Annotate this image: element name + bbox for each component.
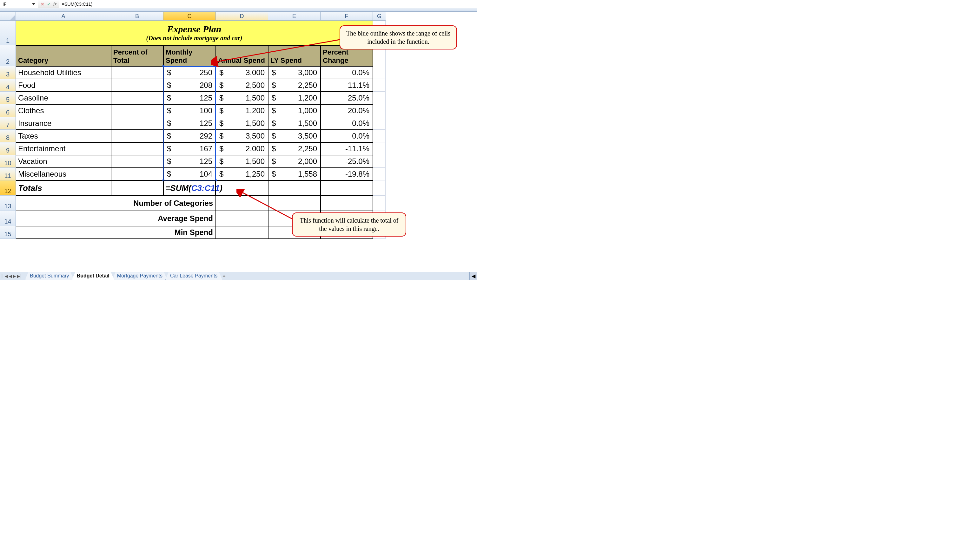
row-header-4[interactable]: 4 bbox=[0, 79, 16, 92]
sheet-tab-budget-detail[interactable]: Budget Detail bbox=[72, 272, 114, 280]
cell-b10[interactable] bbox=[111, 155, 164, 168]
row-header-1[interactable]: 1 bbox=[0, 20, 16, 45]
cell-a12-totals[interactable]: Totals bbox=[16, 180, 111, 196]
row-header-3[interactable]: 3 bbox=[0, 66, 16, 79]
col-header-a[interactable]: A bbox=[16, 12, 111, 20]
cell-g12[interactable] bbox=[373, 180, 386, 196]
cell-f10[interactable]: -25.0% bbox=[321, 155, 373, 168]
enter-icon[interactable]: ✓ bbox=[47, 2, 51, 7]
range-handle-tl[interactable] bbox=[162, 65, 164, 67]
row-header-15[interactable]: 15 bbox=[0, 226, 16, 239]
cell-f11[interactable]: -19.8% bbox=[321, 168, 373, 180]
hscroll-left-icon[interactable]: ◀ bbox=[469, 272, 477, 280]
cell-d9[interactable]: $2,000 bbox=[216, 142, 268, 155]
cell-c11[interactable]: $104 bbox=[164, 168, 216, 180]
cell-f3[interactable]: 0.0% bbox=[321, 66, 373, 79]
cell-f7[interactable]: 0.0% bbox=[321, 117, 373, 130]
col-header-c[interactable]: C bbox=[164, 12, 216, 20]
cell-c6[interactable]: $100 bbox=[164, 104, 216, 117]
cell-d8[interactable]: $3,500 bbox=[216, 130, 268, 142]
col-header-d[interactable]: D bbox=[216, 12, 268, 20]
cell-a8[interactable]: Taxes bbox=[16, 130, 111, 142]
col-header-g[interactable]: G bbox=[373, 12, 386, 20]
cell-c12-formula[interactable]: =SUM(C3:C11) bbox=[164, 180, 268, 196]
cell-a6[interactable]: Clothes bbox=[16, 104, 111, 117]
formula-input[interactable]: =SUM(C3:C11) bbox=[59, 0, 477, 8]
cell-g6[interactable] bbox=[373, 104, 386, 117]
cell-a10[interactable]: Vacation bbox=[16, 155, 111, 168]
cell-c8[interactable]: $292 bbox=[164, 130, 216, 142]
cell-c9[interactable]: $167 bbox=[164, 142, 216, 155]
col-header-f[interactable]: F bbox=[321, 12, 373, 20]
cell-f5[interactable]: 25.0% bbox=[321, 92, 373, 104]
cell-e13[interactable] bbox=[268, 196, 321, 211]
fx-icon[interactable]: fx bbox=[53, 2, 56, 7]
cell-c3[interactable]: $250 bbox=[164, 66, 216, 79]
insert-sheet-icon[interactable]: ✦ bbox=[222, 274, 226, 279]
cell-e8[interactable]: $3,500 bbox=[268, 130, 321, 142]
name-box-dropdown-icon[interactable] bbox=[32, 3, 35, 5]
select-all-corner[interactable] bbox=[0, 12, 16, 20]
cell-g11[interactable] bbox=[373, 168, 386, 180]
row-header-5[interactable]: 5 bbox=[0, 92, 16, 104]
cell-e6[interactable]: $1,000 bbox=[268, 104, 321, 117]
cell-d6[interactable]: $1,200 bbox=[216, 104, 268, 117]
range-handle-tr[interactable] bbox=[215, 65, 217, 67]
cell-f6[interactable]: 20.0% bbox=[321, 104, 373, 117]
cell-b7[interactable] bbox=[111, 117, 164, 130]
row-header-14[interactable]: 14 bbox=[0, 211, 16, 226]
col-header-b[interactable]: B bbox=[111, 12, 164, 20]
row-header-2[interactable]: 2 bbox=[0, 45, 16, 66]
cell-a5[interactable]: Gasoline bbox=[16, 92, 111, 104]
cell-a3[interactable]: Household Utilities bbox=[16, 66, 111, 79]
cell-d10[interactable]: $1,500 bbox=[216, 155, 268, 168]
cell-g8[interactable] bbox=[373, 130, 386, 142]
cell-g13[interactable] bbox=[373, 196, 386, 211]
cell-f13[interactable] bbox=[321, 196, 373, 211]
tab-nav-prev-icon[interactable]: ◀ bbox=[9, 274, 12, 278]
tab-nav-first-icon[interactable]: ▏◀ bbox=[2, 274, 8, 278]
name-box[interactable]: IF bbox=[0, 0, 38, 8]
cell-g7[interactable] bbox=[373, 117, 386, 130]
header-percent-total[interactable]: Percent of Total bbox=[111, 45, 164, 66]
cell-c7[interactable]: $125 bbox=[164, 117, 216, 130]
row-header-13[interactable]: 13 bbox=[0, 196, 16, 211]
sheet-tab-car-lease-payments[interactable]: Car Lease Payments bbox=[165, 272, 222, 280]
cell-b6[interactable] bbox=[111, 104, 164, 117]
cell-e11[interactable]: $1,558 bbox=[268, 168, 321, 180]
tab-nav-next-icon[interactable]: ▶ bbox=[13, 274, 16, 278]
label-avg-spend[interactable]: Average Spend bbox=[16, 211, 216, 226]
header-monthly-spend[interactable]: Monthly Spend bbox=[164, 45, 216, 66]
cell-c5[interactable]: $125 bbox=[164, 92, 216, 104]
cancel-icon[interactable]: ✕ bbox=[41, 2, 44, 7]
cell-e4[interactable]: $2,250 bbox=[268, 79, 321, 92]
sheet-tab-budget-summary[interactable]: Budget Summary bbox=[25, 272, 74, 280]
cell-e12[interactable] bbox=[268, 180, 321, 196]
cell-c10[interactable]: $125 bbox=[164, 155, 216, 168]
cell-d7[interactable]: $1,500 bbox=[216, 117, 268, 130]
label-num-categories[interactable]: Number of Categories bbox=[16, 196, 216, 211]
row-header-9[interactable]: 9 bbox=[0, 142, 16, 155]
cell-a7[interactable]: Insurance bbox=[16, 117, 111, 130]
cell-b9[interactable] bbox=[111, 142, 164, 155]
cell-e5[interactable]: $1,200 bbox=[268, 92, 321, 104]
cell-e7[interactable]: $1,500 bbox=[268, 117, 321, 130]
cell-f8[interactable]: 0.0% bbox=[321, 130, 373, 142]
cell-d4[interactable]: $2,500 bbox=[216, 79, 268, 92]
row-header-8[interactable]: 8 bbox=[0, 130, 16, 142]
cell-d11[interactable]: $1,250 bbox=[216, 168, 268, 180]
cell-d5[interactable]: $1,500 bbox=[216, 92, 268, 104]
cell-d3[interactable]: $3,000 bbox=[216, 66, 268, 79]
col-header-e[interactable]: E bbox=[268, 12, 321, 20]
cell-a9[interactable]: Entertainment bbox=[16, 142, 111, 155]
row-header-6[interactable]: 6 bbox=[0, 104, 16, 117]
cell-c4[interactable]: $208 bbox=[164, 79, 216, 92]
row-header-11[interactable]: 11 bbox=[0, 168, 16, 180]
cell-f4[interactable]: 11.1% bbox=[321, 79, 373, 92]
cell-f9[interactable]: -11.1% bbox=[321, 142, 373, 155]
cell-a11[interactable]: Miscellaneous bbox=[16, 168, 111, 180]
row-header-10[interactable]: 10 bbox=[0, 155, 16, 168]
range-handle-bl[interactable] bbox=[162, 179, 164, 181]
cell-e9[interactable]: $2,250 bbox=[268, 142, 321, 155]
cell-b4[interactable] bbox=[111, 79, 164, 92]
